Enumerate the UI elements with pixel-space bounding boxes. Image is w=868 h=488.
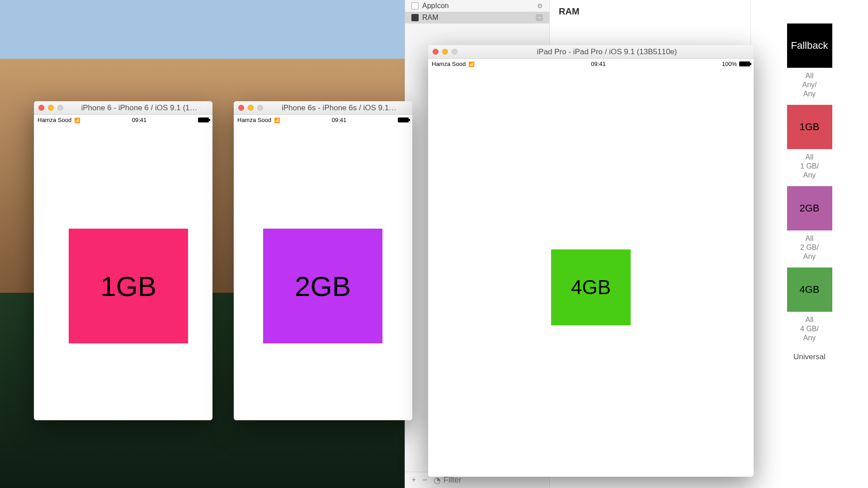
battery-pct: 100% (722, 61, 737, 67)
simulator-window-iphone6[interactable]: iPhone 6 - iPhone 6 / iOS 9.1 (1…Hamza S… (34, 101, 212, 420)
close-icon[interactable] (433, 49, 439, 55)
sidebar-item-label: RAM (422, 14, 439, 22)
remove-item-icon[interactable]: − (536, 14, 543, 21)
variant-swatch-1gb[interactable]: 1GB (787, 105, 832, 149)
minimize-icon[interactable] (248, 105, 254, 111)
clock-label: 09:41 (332, 117, 347, 123)
clock-label: 09:41 (132, 117, 147, 123)
wifi-icon (74, 117, 80, 123)
zoom-icon[interactable] (452, 49, 458, 55)
zoom-icon[interactable] (57, 105, 63, 111)
ram-indicator: 2GB (263, 229, 382, 343)
simulator-window-ipadpro[interactable]: iPad Pro - iPad Pro / iOS 9.1 (13B5110e)… (428, 45, 754, 477)
ram-indicator: 4GB (551, 249, 631, 325)
traffic-lights (433, 49, 458, 55)
simulator-window-iphone6s[interactable]: iPhone 6s - iPhone 6s / iOS 9.1…Hamza So… (234, 101, 412, 420)
variant-swatch-2gb[interactable]: 2GB (787, 186, 832, 230)
wifi-icon (274, 117, 280, 123)
window-titlebar[interactable]: iPhone 6 - iPhone 6 / iOS 9.1 (1… (34, 101, 212, 115)
ios-status-bar: Hamza Sood09:41 (34, 115, 212, 125)
variant-caption: All Any/ Any (802, 71, 816, 99)
window-title: iPhone 6s - iPhone 6s / iOS 9.1… (270, 103, 408, 113)
carrier-label: Hamza Sood (432, 61, 466, 67)
sidebar-item-appicon[interactable]: AppIcon ⚙ (405, 0, 549, 12)
variant-caption: All 2 GB/ Any (800, 234, 819, 261)
traffic-lights (238, 105, 263, 111)
gear-icon[interactable]: ⚙ (537, 2, 543, 9)
window-title: iPhone 6 - iPhone 6 / iOS 9.1 (1… (71, 103, 208, 113)
battery-icon (398, 117, 409, 122)
window-titlebar[interactable]: iPad Pro - iPad Pro / iOS 9.1 (13B5110e) (428, 45, 754, 59)
variant-universal-label: Universal (793, 352, 826, 361)
simulator-screen: 4GB (428, 69, 754, 477)
variant-swatch-fallback[interactable]: Fallback (787, 23, 832, 68)
asset-title: RAM (559, 6, 580, 17)
window-titlebar[interactable]: iPhone 6s - iPhone 6s / iOS 9.1… (234, 101, 412, 115)
variant-caption: All 1 GB/ Any (800, 153, 819, 180)
clock-label: 09:41 (591, 61, 606, 67)
remove-asset-button[interactable]: − (423, 475, 428, 485)
ios-status-bar: Hamza Sood09:41 (234, 115, 412, 125)
sidebar-item-label: AppIcon (422, 2, 449, 10)
variant-column: Fallback All Any/ Any 1GB All 1 GB/ Any … (750, 0, 868, 470)
wifi-icon (468, 61, 475, 67)
zoom-icon[interactable] (257, 105, 263, 111)
appicon-icon (411, 2, 419, 9)
minimize-icon[interactable] (48, 105, 54, 111)
battery-icon (739, 61, 750, 66)
ios-status-bar: Hamza Sood09:41100% (428, 59, 754, 69)
filter-placeholder: Filter (443, 475, 462, 485)
add-asset-button[interactable]: + (411, 475, 416, 485)
window-title: iPad Pro - iPad Pro / iOS 9.1 (13B5110e) (465, 47, 749, 56)
variant-caption: All 4 GB/ Any (800, 315, 819, 343)
battery-icon (198, 117, 209, 122)
minimize-icon[interactable] (442, 49, 448, 55)
close-icon[interactable] (38, 105, 44, 111)
traffic-lights (38, 105, 63, 111)
variant-swatch-4gb[interactable]: 4GB (787, 267, 832, 312)
simulator-screen: 1GB (34, 125, 212, 420)
close-icon[interactable] (238, 105, 244, 111)
ram-indicator: 1GB (69, 229, 188, 343)
carrier-label: Hamza Sood (237, 117, 271, 123)
simulator-screen: 2GB (234, 125, 412, 420)
imageset-icon (411, 14, 419, 21)
carrier-label: Hamza Sood (38, 117, 71, 123)
sidebar-item-ram[interactable]: RAM − (405, 12, 549, 23)
